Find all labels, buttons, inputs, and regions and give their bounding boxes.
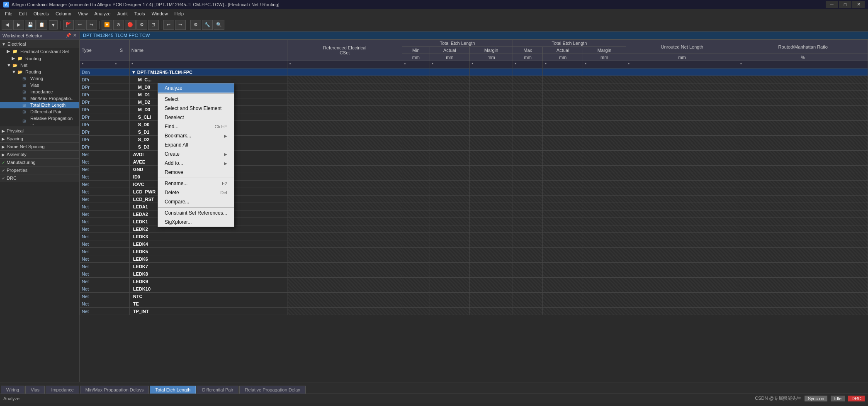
menu-window[interactable]: Window [148, 10, 171, 17]
filter-margin1[interactable]: * [470, 61, 513, 68]
minimize-button[interactable]: ─ [826, 1, 838, 8]
sidebar-section-manufacturing[interactable]: ✓ Manufacturing [0, 158, 79, 166]
sidebar-item-impedance[interactable]: ⊞ Impedance [0, 88, 79, 95]
menu-file[interactable]: File [2, 10, 16, 17]
filter-min[interactable]: * [402, 61, 430, 68]
table-row[interactable]: Net LEDK5 [80, 248, 868, 255]
table-row[interactable]: Net NTC [80, 293, 868, 300]
sidebar-item-net[interactable]: ▼ 📂 Net [0, 62, 79, 68]
sidebar-section-same-net[interactable]: ▶ Same Net Spacing [0, 142, 79, 150]
toolbar-btn-2[interactable]: ↩ [75, 20, 85, 30]
table-row[interactable]: Net LEDK8 [80, 270, 868, 278]
sidebar-item-electrical-constraint-set[interactable]: ▶ 📁 Electrical Constraint Set [0, 48, 79, 55]
context-menu-item[interactable]: Constraint Set References... [158, 208, 234, 218]
tab-wiring[interactable]: Wiring [1, 386, 24, 394]
toolbar-dropdown-1[interactable]: ▼ [49, 20, 58, 29]
toolbar-zoom-btn[interactable]: 🔍 [214, 20, 224, 30]
toolbar-btn-1[interactable]: 📋 [36, 20, 47, 30]
table-row[interactable]: Net LEDK3 [80, 233, 868, 240]
context-menu-item[interactable]: Create▶ [158, 149, 234, 159]
toolbar-btn-5[interactable]: 🔴 [125, 20, 136, 30]
sidebar-item-total-etch[interactable]: ⊞ Total Etch Length [0, 102, 79, 108]
context-menu-item[interactable]: Bookmark...▶ [158, 131, 234, 140]
sidebar-pin-icon[interactable]: 📌 [66, 33, 71, 38]
cell-ratio [738, 270, 868, 278]
menu-column[interactable]: Column [52, 10, 75, 17]
context-menu-item[interactable]: DeleteDel [158, 188, 234, 197]
sidebar-section-spacing[interactable]: ▶ Spacing [0, 135, 79, 142]
filter-type[interactable]: * [80, 61, 113, 68]
filter-actual2[interactable]: * [543, 61, 583, 68]
toolbar-settings-btn[interactable]: 🔧 [202, 20, 213, 30]
toolbar-filter-btn[interactable]: 🔽 [102, 20, 112, 30]
toolbar-flag-btn[interactable]: 🚩 [63, 20, 74, 30]
filter-max[interactable]: * [513, 61, 543, 68]
context-menu-item[interactable]: Select [158, 95, 234, 104]
toolbar-btn-3[interactable]: ↪ [86, 20, 97, 30]
toolbar-forward-btn[interactable]: ▶ [13, 20, 24, 30]
table-row[interactable]: Net LEDK9 [80, 278, 868, 285]
toolbar-btn-6[interactable]: ⚙ [136, 20, 147, 30]
maximize-button[interactable]: □ [839, 1, 851, 8]
tab-total-etch[interactable]: Total Etch Length [150, 386, 196, 394]
sidebar-item-vias[interactable]: ⊞ Vias [0, 82, 79, 88]
menu-help[interactable]: Help [171, 10, 187, 17]
sidebar-section-electrical[interactable]: ▼ Electrical [0, 40, 79, 48]
sidebar-section-drc[interactable]: ✓ DRC [0, 174, 79, 182]
sidebar-item-relative-prop[interactable]: ⊞ Relative Propagation ... [0, 115, 79, 127]
context-menu-item[interactable]: Analyze [158, 83, 234, 93]
toolbar-btn-7[interactable]: ⊡ [148, 20, 159, 30]
context-menu-item[interactable]: Find...Ctrl+F [158, 122, 234, 131]
toolbar-undo-btn[interactable]: ↩ [163, 20, 174, 30]
sidebar-close-icon[interactable]: ✕ [73, 33, 77, 38]
context-menu-item[interactable]: Expand All [158, 140, 234, 149]
sidebar-item-net-routing[interactable]: ▼ 📂 Routing [0, 68, 79, 75]
table-row[interactable]: Dsn ▼ DPT-TM12R45-TLCM-FPC [80, 68, 868, 76]
context-menu-item[interactable]: Compare... [158, 197, 234, 206]
context-menu-item[interactable]: Add to...▶ [158, 159, 234, 168]
filter-ratio[interactable]: * [738, 61, 868, 68]
tab-diff-pair[interactable]: Differential Pair [197, 386, 238, 394]
sidebar-item-wiring[interactable]: ⊞ Wiring [0, 75, 79, 82]
toolbar-save-btn[interactable]: 💾 [25, 20, 36, 30]
filter-ref[interactable]: * [287, 61, 402, 68]
menu-objects[interactable]: Objects [30, 10, 52, 17]
tab-min-max[interactable]: Min/Max Propagation Delays [80, 386, 149, 394]
filter-margin2[interactable]: * [583, 61, 626, 68]
filter-s[interactable]: * [113, 61, 130, 68]
menu-audit[interactable]: Audit [114, 10, 131, 17]
table-row[interactable]: Net LEDK4 [80, 240, 868, 248]
table-row[interactable]: Net LEDK7 [80, 263, 868, 270]
close-button[interactable]: ✕ [852, 1, 865, 8]
toolbar-back-btn[interactable]: ◀ [2, 20, 12, 30]
menu-view[interactable]: View [75, 10, 91, 17]
tab-impedance[interactable]: Impedance [46, 386, 79, 394]
sidebar-item-ecs-routing[interactable]: ▶ 📁 Routing [0, 55, 79, 62]
menu-edit[interactable]: Edit [16, 10, 30, 17]
menu-analyze[interactable]: Analyze [91, 10, 114, 17]
sidebar-item-min-max[interactable]: ⊞ Min/Max Propagatio... [0, 95, 79, 102]
filter-unrouted[interactable]: * [626, 61, 738, 68]
context-menu-item[interactable]: Rename...F2 [158, 179, 234, 188]
table-row[interactable]: Net LEDK6 [80, 255, 868, 263]
sidebar-section-physical[interactable]: ▶ Physical [0, 127, 79, 135]
toolbar-btn-4[interactable]: ⊘ [113, 20, 124, 30]
tab-vias[interactable]: Vias [25, 386, 45, 394]
filter-name[interactable]: * [129, 61, 287, 68]
toolbar-redo-btn[interactable]: ↪ [175, 20, 186, 30]
context-menu-item[interactable]: Remove [158, 168, 234, 177]
table-row[interactable]: Net TE [80, 300, 868, 308]
filter-actual1[interactable]: * [430, 61, 469, 68]
table-row[interactable]: DPr M_C... [80, 76, 868, 83]
tab-rel-prop[interactable]: Relative Propagation Delay [239, 386, 305, 394]
sidebar-item-differential-pair[interactable]: ⊞ Differential Pair [0, 108, 79, 115]
table-row[interactable]: Net LEDK10 [80, 285, 868, 293]
context-menu-item[interactable]: Deselect [158, 113, 234, 122]
sidebar-section-properties[interactable]: ✓ Properties [0, 166, 79, 174]
toolbar-analyze-btn[interactable]: ⚙ [190, 20, 201, 30]
sidebar-section-assembly[interactable]: ▶ Assembly [0, 150, 79, 158]
context-menu-item[interactable]: SigXplorer... [158, 218, 234, 227]
menu-tools[interactable]: Tools [131, 10, 148, 17]
context-menu-item[interactable]: Select and Show Element [158, 104, 234, 113]
table-row[interactable]: Net TP_INT [80, 308, 868, 315]
